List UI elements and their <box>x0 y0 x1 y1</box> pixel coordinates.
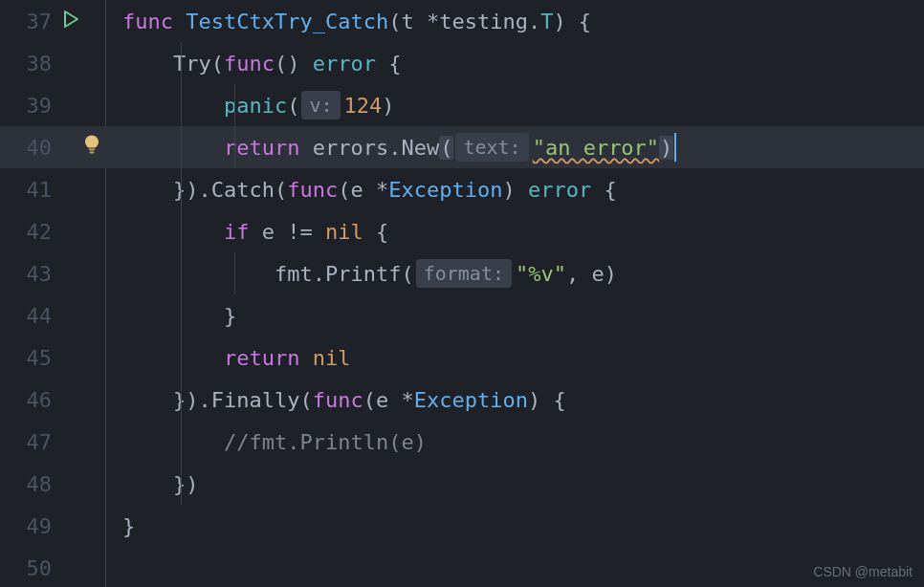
code-content[interactable]: return nil <box>105 337 350 379</box>
code-line[interactable]: 45 return nil <box>0 337 924 379</box>
code-editor[interactable]: 37 func TestCtxTry_Catch(t *testing.T) {… <box>0 0 924 587</box>
gutter: 48 <box>0 463 105 505</box>
svg-rect-2 <box>90 152 95 154</box>
code-line[interactable]: 37 func TestCtxTry_Catch(t *testing.T) { <box>0 0 924 42</box>
gutter: 39 <box>0 84 105 126</box>
code-line[interactable]: 48 }) <box>0 463 924 505</box>
line-number: 39 <box>19 94 52 118</box>
line-number: 43 <box>19 262 52 286</box>
code-content[interactable]: }).Finally(func(e *Exception) { <box>105 379 566 421</box>
line-number: 44 <box>19 304 52 328</box>
line-number: 37 <box>19 10 52 33</box>
call-try: Try <box>173 52 211 76</box>
code-content[interactable]: fmt.Printf(format:"%v", e) <box>105 252 617 294</box>
code-content[interactable] <box>105 547 122 587</box>
gutter: 46 <box>0 379 105 421</box>
code-line[interactable]: 43 fmt.Printf(format:"%v", e) <box>0 252 924 294</box>
line-number: 38 <box>19 52 52 76</box>
keyword-func: func <box>122 10 173 33</box>
code-line[interactable]: 42 if e != nil { <box>0 210 924 252</box>
function-name: TestCtxTry_Catch <box>186 10 388 33</box>
gutter: 40 <box>0 126 105 168</box>
code-line[interactable]: 50 <box>0 547 924 587</box>
line-number: 42 <box>19 220 52 244</box>
keyword-return: return <box>224 346 299 370</box>
line-number: 46 <box>19 388 52 412</box>
line-number: 41 <box>19 178 52 202</box>
code-content[interactable]: func TestCtxTry_Catch(t *testing.T) { <box>105 0 591 42</box>
line-number: 45 <box>19 346 52 370</box>
param-hint: format: <box>416 259 512 288</box>
gutter: 41 <box>0 168 105 210</box>
line-number: 50 <box>19 556 52 580</box>
gutter: 50 <box>0 547 105 587</box>
code-content[interactable]: }) <box>105 463 198 505</box>
code-line-active[interactable]: 40 return errors.New(text:"an error") <box>0 126 924 168</box>
comment: //fmt.Println(e) <box>224 430 427 454</box>
code-content[interactable]: panic(v:124) <box>105 84 395 126</box>
call-panic: panic <box>224 94 287 118</box>
gutter: 49 <box>0 505 105 547</box>
keyword-if: if <box>224 220 250 244</box>
code-line[interactable]: 49 } <box>0 505 924 547</box>
line-number: 49 <box>19 514 52 538</box>
line-number: 48 <box>19 472 52 496</box>
string-literal: "an error" <box>533 136 659 160</box>
gutter: 43 <box>0 252 105 294</box>
code-content[interactable]: } <box>105 505 135 547</box>
code-content[interactable]: } <box>105 294 236 337</box>
code-line[interactable]: 41 }).Catch(func(e *Exception) error { <box>0 168 924 210</box>
gutter: 42 <box>0 210 105 252</box>
code-line[interactable]: 47 //fmt.Println(e) <box>0 421 924 463</box>
code-line[interactable]: 39 panic(v:124) <box>0 84 924 126</box>
line-number: 40 <box>19 136 52 160</box>
caret <box>674 133 676 162</box>
code-content[interactable]: }).Catch(func(e *Exception) error { <box>105 168 617 210</box>
intention-bulb-icon[interactable] <box>82 134 101 162</box>
call-catch: Catch <box>211 178 275 202</box>
line-number: 47 <box>19 430 52 454</box>
code-line[interactable]: 38 Try(func() error { <box>0 42 924 84</box>
param-hint: text: <box>455 133 528 162</box>
svg-marker-0 <box>65 11 77 27</box>
gutter: 38 <box>0 42 105 84</box>
run-test-icon[interactable] <box>61 10 80 33</box>
code-content[interactable]: if e != nil { <box>105 210 388 252</box>
watermark: CSDN @metabit <box>813 564 913 579</box>
param-hint: v: <box>301 91 340 120</box>
call-printf: Printf <box>325 262 401 286</box>
gutter: 44 <box>0 294 105 337</box>
call-finally: Finally <box>211 388 300 412</box>
code-content[interactable]: //fmt.Println(e) <box>105 421 427 463</box>
svg-rect-1 <box>89 149 95 151</box>
code-content[interactable]: return errors.New(text:"an error") <box>105 126 676 168</box>
gutter: 47 <box>0 421 105 463</box>
gutter: 45 <box>0 337 105 379</box>
gutter: 37 <box>0 0 105 42</box>
code-line[interactable]: 46 }).Finally(func(e *Exception) { <box>0 379 924 421</box>
code-line[interactable]: 44 } <box>0 294 924 337</box>
code-content[interactable]: Try(func() error { <box>105 42 401 84</box>
